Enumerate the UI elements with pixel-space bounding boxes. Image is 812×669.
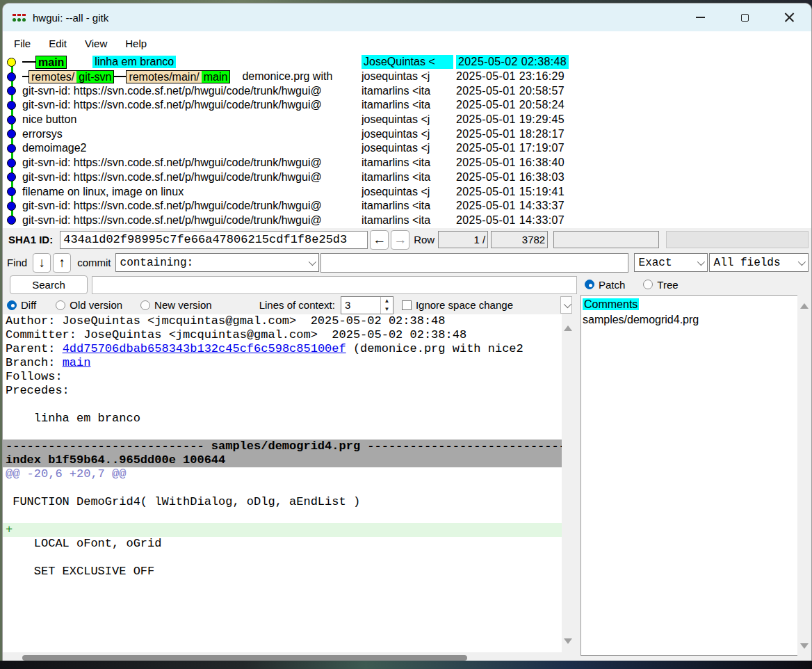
commit-author: itamarlins <ita bbox=[362, 84, 430, 98]
row-label: Row bbox=[414, 234, 435, 245]
patch-radio[interactable]: Patch bbox=[585, 279, 625, 291]
graph-edge bbox=[114, 76, 126, 77]
commit-author: itamarlins <ita bbox=[362, 156, 430, 170]
menu-view[interactable]: View bbox=[85, 38, 107, 49]
maximize-button[interactable] bbox=[722, 3, 767, 31]
old-version-radio[interactable]: Old version bbox=[56, 299, 122, 311]
commit-date: 2025-05-01 16:38:03 bbox=[456, 170, 565, 184]
nav-forward-button[interactable]: → bbox=[391, 230, 409, 250]
file-item[interactable]: samples/demogrid4.prg bbox=[583, 312, 797, 328]
diff-author-line: Author: JoseQuintas <jmcquintas@gmal.com… bbox=[3, 314, 562, 328]
sha1-input[interactable]: 434a1d02f98995c7fe66a47806215cdf1f8e25d3 bbox=[60, 231, 368, 249]
commit-author: josequintas <j bbox=[362, 70, 430, 83]
maximize-icon bbox=[741, 14, 749, 22]
commit-row[interactable]: demoimage2 josequintas <j 2025-05-01 17:… bbox=[3, 141, 811, 156]
search-input[interactable] bbox=[92, 276, 577, 294]
commit-subject: git-svn-id: https://svn.code.sf.net/p/hw… bbox=[22, 171, 322, 184]
scroll-down-icon[interactable] bbox=[564, 638, 572, 644]
graph-edge bbox=[22, 61, 35, 63]
remote-ref-main[interactable]: remotes/main/main bbox=[126, 70, 230, 83]
fields-dropdown[interactable]: All fields bbox=[709, 253, 809, 272]
commit-row[interactable]: git-svn-id: https://svn.code.sf.net/p/hw… bbox=[3, 156, 811, 170]
commit-row[interactable]: git-svn-id: https://svn.code.sf.net/p/hw… bbox=[3, 213, 811, 228]
find-next-button[interactable]: ↓ bbox=[33, 253, 51, 273]
spinner-up-icon[interactable]: ▲ bbox=[381, 297, 393, 305]
radio-on-icon bbox=[7, 300, 17, 310]
scrollbar-thumb[interactable] bbox=[22, 655, 467, 661]
diff-context-line: SET EXCLUSIVE OFF bbox=[3, 565, 562, 579]
radio-off-icon bbox=[140, 300, 150, 310]
diff-precedes-line: Precedes: bbox=[3, 384, 562, 398]
diff-scroll-top-widget[interactable] bbox=[560, 296, 572, 314]
window-title: hwgui: --all - gitk bbox=[33, 12, 108, 24]
file-item-comments[interactable]: Comments bbox=[583, 297, 797, 312]
spinner-down-icon[interactable]: ▼ bbox=[381, 305, 393, 314]
lines-of-context-spinner[interactable]: 3 ▲▼ bbox=[341, 296, 393, 314]
commit-row[interactable]: git-svn-id: https://svn.code.sf.net/p/hw… bbox=[3, 170, 811, 185]
find-input[interactable] bbox=[320, 253, 628, 273]
commit-row[interactable]: nice button josequintas <j 2025-05-01 19… bbox=[3, 113, 811, 127]
commit-date: 2025-05-01 14:33:07 bbox=[456, 213, 565, 227]
diff-added-line: + bbox=[3, 523, 562, 537]
commit-row[interactable]: remotes/git-svn remotes/main/main demoni… bbox=[3, 70, 811, 84]
commit-subject: linha em branco bbox=[92, 56, 176, 68]
search-button[interactable]: Search bbox=[10, 275, 88, 294]
commit-row[interactable]: errorsys josequintas <j 2025-05-01 18:28… bbox=[3, 127, 811, 141]
commit-author: JoseQuintas < bbox=[362, 55, 453, 69]
nav-back-button[interactable]: ← bbox=[370, 230, 389, 250]
commit-subject: demonice.prg with bbox=[242, 70, 332, 83]
commit-node-icon bbox=[7, 202, 16, 211]
scroll-up-icon[interactable] bbox=[564, 325, 572, 331]
remote-ref-git-svn[interactable]: remotes/git-svn bbox=[29, 70, 114, 83]
diff-context-line: LOCAL oFont, oGrid bbox=[3, 537, 562, 551]
close-button[interactable] bbox=[767, 3, 811, 31]
menu-file[interactable]: File bbox=[14, 38, 31, 49]
menu-help[interactable]: Help bbox=[125, 38, 147, 49]
match-mode-dropdown[interactable]: Exact bbox=[634, 253, 708, 272]
diff-file-separator: ---------------------------- samples/dem… bbox=[3, 440, 562, 453]
menu-edit[interactable]: Edit bbox=[49, 38, 67, 49]
ignore-space-checkbox[interactable]: Ignore space change bbox=[402, 299, 513, 311]
minimize-button[interactable] bbox=[678, 3, 722, 31]
diff-radio[interactable]: Diff bbox=[7, 299, 36, 311]
gitk-window: hwgui: --all - gitk File Edit View Help … bbox=[2, 3, 812, 666]
new-version-radio[interactable]: New version bbox=[140, 299, 212, 311]
file-list-scrollbar[interactable] bbox=[797, 295, 811, 656]
commit-date: 2025-05-01 20:58:57 bbox=[456, 84, 565, 98]
commit-node-icon bbox=[7, 216, 16, 225]
commit-author: itamarlins <ita bbox=[362, 98, 430, 112]
minimize-icon bbox=[696, 17, 705, 18]
tree-radio[interactable]: Tree bbox=[643, 279, 678, 291]
branch-ref-main[interactable]: main bbox=[35, 56, 67, 69]
commit-author: itamarlins <ita bbox=[362, 199, 430, 213]
commit-row[interactable]: git-svn-id: https://svn.code.sf.net/p/hw… bbox=[3, 199, 811, 213]
diff-follows-line: Follows: bbox=[3, 370, 562, 384]
commit-author: josequintas <j bbox=[362, 141, 430, 155]
radio-on-icon bbox=[585, 280, 594, 289]
commit-date: 2025-05-01 17:19:07 bbox=[456, 141, 565, 155]
diff-index-line: index b1f59b64..965dd00e 100644 bbox=[3, 453, 562, 467]
commit-author: itamarlins <ita bbox=[362, 213, 430, 227]
commit-date: 2025-05-01 23:16:29 bbox=[456, 70, 565, 83]
find-type-dropdown[interactable]: containing: bbox=[115, 253, 319, 272]
commit-subject: git-svn-id: https://svn.code.sf.net/p/hw… bbox=[22, 99, 322, 111]
diff-vertical-scrollbar[interactable] bbox=[562, 314, 575, 652]
status-field-1 bbox=[553, 231, 659, 248]
commit-row[interactable]: git-svn-id: https://svn.code.sf.net/p/hw… bbox=[3, 98, 811, 113]
commit-row-selected[interactable]: main linha em branco JoseQuintas < 2025-… bbox=[3, 55, 811, 70]
scroll-down-icon[interactable] bbox=[800, 643, 809, 649]
commit-author: josequintas <j bbox=[362, 127, 430, 141]
sha1-bar: SHA1 ID: 434a1d02f98995c7fe66a47806215cd… bbox=[3, 228, 811, 251]
scroll-up-icon[interactable] bbox=[800, 303, 809, 309]
commit-node-icon bbox=[7, 115, 16, 124]
commit-row[interactable]: filename on linux, image on linux josequ… bbox=[3, 184, 811, 199]
commit-node-icon bbox=[7, 72, 16, 81]
parent-sha-link[interactable]: 4dd75706dbab658343b132c45cf6c598c85100ef bbox=[63, 342, 346, 355]
commit-message: linha em branco bbox=[3, 412, 562, 426]
branch-link[interactable]: main bbox=[63, 356, 91, 369]
find-prev-button[interactable]: ↑ bbox=[53, 253, 71, 273]
commit-row[interactable]: git-svn-id: https://svn.code.sf.net/p/hw… bbox=[3, 83, 811, 98]
commit-date: 2025-05-01 16:38:40 bbox=[456, 156, 565, 170]
commit-node-icon bbox=[7, 129, 16, 138]
diff-context-line: FUNCTION DemoGrid4( lWithDialog, oDlg, a… bbox=[3, 495, 562, 509]
